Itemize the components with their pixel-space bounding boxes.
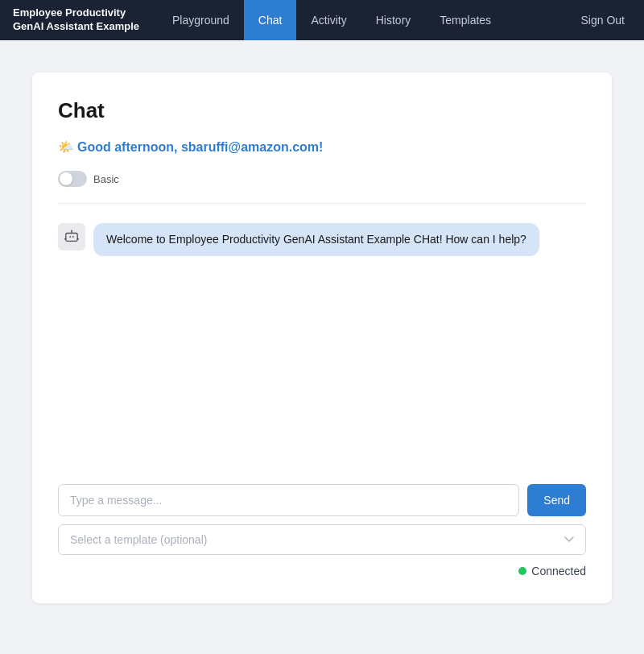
main-content: Chat 🌤️Good afternoon, sbaruffi@amazon.c… <box>0 40 644 635</box>
bot-avatar <box>58 223 85 250</box>
template-select[interactable]: Select a template (optional) <box>58 524 586 555</box>
status-text: Connected <box>531 565 586 577</box>
bot-icon <box>64 230 79 244</box>
nav-item-chat[interactable]: Chat <box>244 0 297 40</box>
nav-item-playground[interactable]: Playground <box>158 0 244 40</box>
toggle-label: Basic <box>93 173 119 185</box>
toggle-container: Basic <box>58 171 586 187</box>
svg-rect-1 <box>69 236 71 238</box>
navbar-nav: Playground Chat Activity History Templat… <box>158 0 575 40</box>
svg-point-4 <box>71 230 72 231</box>
greeting-text: Good afternoon, sbaruffi@amazon.com! <box>77 140 323 154</box>
send-button[interactable]: Send <box>527 484 586 516</box>
footer: Employee Productivity GenAI Assistant Ex… <box>0 635 644 654</box>
message-row: Welcome to Employee Productivity GenAI A… <box>58 223 586 256</box>
toggle-switch[interactable] <box>58 171 87 187</box>
navbar-right: Sign Out <box>575 13 631 27</box>
message-input-row: Send <box>58 484 586 516</box>
signout-button[interactable]: Sign Out <box>575 14 631 27</box>
chat-card: Chat 🌤️Good afternoon, sbaruffi@amazon.c… <box>32 72 612 603</box>
input-area: Send Select a template (optional) Connec… <box>58 484 586 577</box>
nav-item-templates[interactable]: Templates <box>425 0 506 40</box>
toggle-thumb <box>60 172 72 185</box>
svg-rect-2 <box>72 236 74 238</box>
svg-rect-0 <box>66 234 77 242</box>
status-dot <box>518 567 526 575</box>
status-row: Connected <box>58 565 586 577</box>
chat-messages: Welcome to Employee Productivity GenAI A… <box>58 223 586 465</box>
divider <box>58 203 586 204</box>
page-title: Chat <box>58 98 586 123</box>
message-input[interactable] <box>58 484 519 516</box>
welcome-message-bubble: Welcome to Employee Productivity GenAI A… <box>93 223 539 256</box>
nav-item-history[interactable]: History <box>361 0 426 40</box>
nav-item-activity[interactable]: Activity <box>296 0 361 40</box>
navbar: Employee Productivity GenAI Assistant Ex… <box>0 0 644 40</box>
greeting-emoji: 🌤️ <box>58 140 74 154</box>
toggle-track <box>58 171 87 187</box>
navbar-brand: Employee Productivity GenAI Assistant Ex… <box>13 6 158 34</box>
greeting: 🌤️Good afternoon, sbaruffi@amazon.com! <box>58 139 586 155</box>
